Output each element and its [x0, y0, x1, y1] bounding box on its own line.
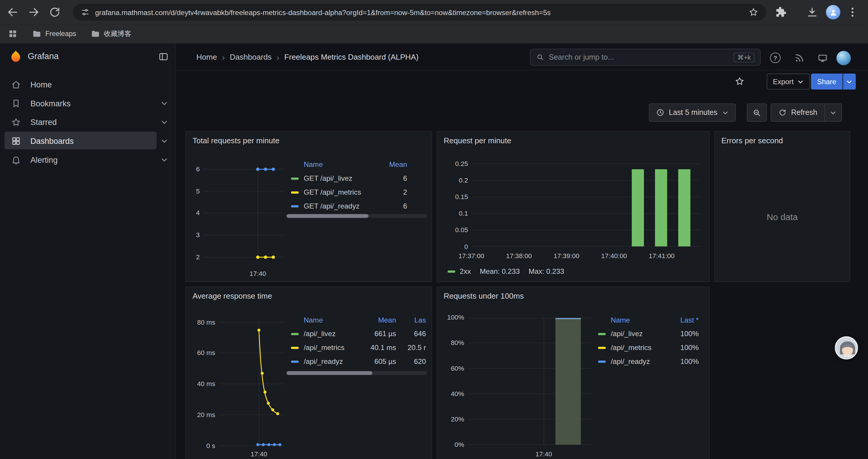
- series-name[interactable]: GET /api/_metrics: [304, 188, 368, 196]
- sidebar-item-bookmarks[interactable]: Bookmarks: [0, 95, 176, 112]
- dock-menu-icon[interactable]: [158, 52, 169, 62]
- panel-avg-response-time: Average response time 80 ms 60 ms 40 ms …: [185, 287, 432, 459]
- grafana-logo[interactable]: [9, 50, 23, 64]
- panel-errors-per-second: Errors per second No data: [714, 131, 850, 282]
- floating-avatar-widget[interactable]: [835, 336, 858, 359]
- chevron-down-icon[interactable]: [160, 119, 168, 126]
- legend-header-name[interactable]: Name: [304, 160, 368, 168]
- sidebar-item-home[interactable]: Home: [0, 76, 176, 93]
- series-swatch: [598, 360, 606, 362]
- panel-title[interactable]: Request per minute: [444, 136, 512, 145]
- legend-header-last[interactable]: Last *: [670, 316, 699, 324]
- reload-icon[interactable]: [49, 6, 61, 18]
- series-name[interactable]: /api/_livez: [611, 330, 666, 338]
- site-info-icon[interactable]: [81, 8, 90, 17]
- bookmark-star-icon[interactable]: [748, 7, 758, 17]
- breadcrumb-home[interactable]: Home: [196, 53, 217, 61]
- help-icon[interactable]: ?: [770, 53, 781, 63]
- zoom-out-button[interactable]: [747, 103, 767, 122]
- export-button[interactable]: Export: [767, 73, 809, 90]
- y-tick: 40%: [437, 390, 464, 398]
- panel-requests-per-minute: Request per minute 0.25 0.2 0.15 0.1 0.0…: [436, 131, 710, 282]
- back-icon[interactable]: [6, 6, 19, 18]
- monitor-icon[interactable]: [818, 53, 828, 63]
- browser-profile-avatar[interactable]: [826, 5, 840, 20]
- url-input[interactable]: [95, 8, 743, 16]
- bookmarks-bar: Freeleaps 收藏博客: [0, 24, 868, 44]
- breadcrumb-dashboards[interactable]: Dashboards: [230, 53, 272, 61]
- series-mean: 2: [368, 188, 407, 196]
- series-name[interactable]: /api/_readyz: [304, 357, 358, 366]
- time-range-picker[interactable]: Last 5 minutes: [649, 103, 736, 122]
- bookmark-label: 收藏博客: [104, 29, 131, 38]
- series-name[interactable]: GET /api/_readyz: [304, 202, 368, 210]
- y-tick: 0.05: [437, 226, 468, 234]
- y-tick: 0: [437, 243, 468, 251]
- legend-header: Name Last *: [593, 313, 703, 327]
- legend-header-name[interactable]: Name: [304, 316, 358, 324]
- legend-header-mean[interactable]: Mean: [358, 316, 396, 324]
- panel-title[interactable]: Total requests per minute: [193, 136, 279, 145]
- chevron-down-icon[interactable]: [160, 137, 168, 145]
- x-tick: 17:39:00: [550, 252, 583, 260]
- refresh-button-group[interactable]: Refresh: [771, 103, 842, 122]
- share-label[interactable]: Share: [811, 73, 842, 90]
- scrollbar-thumb[interactable]: [286, 214, 368, 218]
- search-input[interactable]: [549, 53, 729, 61]
- apps-grid-icon[interactable]: [8, 29, 18, 39]
- extensions-icon[interactable]: [775, 6, 787, 18]
- legend-item[interactable]: 2xx: [447, 267, 471, 275]
- chevron-down-icon[interactable]: [160, 156, 168, 164]
- x-tick: 17:40:00: [597, 252, 630, 260]
- forward-icon[interactable]: [28, 6, 40, 18]
- panel-title[interactable]: Average response time: [193, 292, 272, 300]
- sidebar-item-dashboards[interactable]: Dashboards: [0, 133, 176, 149]
- y-tick: 0%: [437, 441, 464, 448]
- scrollbar-thumb[interactable]: [286, 371, 372, 375]
- rss-news-icon[interactable]: [795, 53, 804, 63]
- favorite-star-icon[interactable]: [735, 76, 745, 86]
- panel-under-100ms: Requests under 100ms 100% 80% 60% 40% 20…: [436, 287, 710, 459]
- series-name[interactable]: /api/_livez: [304, 330, 358, 338]
- share-dropdown-chevron[interactable]: [843, 73, 856, 90]
- series-name[interactable]: /api/_metrics: [304, 343, 358, 352]
- search-bar[interactable]: ⌘+k: [530, 49, 761, 66]
- series-last: 620: [399, 357, 426, 366]
- refresh-interval-chevron[interactable]: [825, 109, 841, 116]
- user-avatar[interactable]: [836, 51, 851, 65]
- folder-icon: [90, 29, 100, 38]
- browser-menu-icon[interactable]: [846, 6, 859, 18]
- panel-title[interactable]: Requests under 100ms: [444, 292, 524, 300]
- url-bar[interactable]: [73, 4, 766, 21]
- series-name[interactable]: GET /api/_livez: [304, 174, 368, 183]
- chevron-down-icon[interactable]: [160, 100, 168, 107]
- refresh-button[interactable]: Refresh: [771, 104, 824, 121]
- series-name[interactable]: /api/_readyz: [611, 357, 666, 366]
- legend-header-last[interactable]: Las: [399, 316, 426, 324]
- y-tick: 3: [186, 231, 200, 239]
- sidebar-item-alerting[interactable]: Alerting: [0, 152, 176, 168]
- y-tick: 0 s: [186, 442, 215, 450]
- series-name[interactable]: /api/_metrics: [611, 343, 666, 352]
- share-button[interactable]: Share: [811, 73, 856, 90]
- sidebar-item-label: Starred: [30, 114, 57, 131]
- panel-legend: Name Mean GET /api/_livez 6 GET /api/_me…: [286, 157, 427, 213]
- panel-title[interactable]: Errors per second: [721, 136, 783, 145]
- bar-chart: [472, 160, 700, 248]
- sidebar-item-starred[interactable]: Starred: [0, 114, 176, 131]
- dashboards-grid-icon: [11, 136, 21, 146]
- x-tick: 17:38:00: [502, 252, 535, 260]
- bookmark-folder-freeleaps[interactable]: Freeleaps: [32, 29, 76, 38]
- series-last: 646: [399, 330, 426, 338]
- legend-scrollbar[interactable]: [286, 214, 427, 218]
- bookmark-folder-blog[interactable]: 收藏博客: [90, 29, 131, 38]
- downloads-icon[interactable]: [806, 6, 818, 18]
- panel-legend: Name Last * /api/_livez 100% /api/_metri…: [593, 313, 703, 368]
- legend-header-name[interactable]: Name: [611, 316, 666, 324]
- legend-header-mean[interactable]: Mean: [368, 160, 407, 168]
- series-mean: Mean: 0.233: [480, 267, 520, 275]
- x-tick: 17:40: [247, 270, 269, 277]
- series-name: 2xx: [460, 267, 471, 275]
- legend-scrollbar[interactable]: [286, 371, 427, 375]
- search-icon: [536, 53, 544, 61]
